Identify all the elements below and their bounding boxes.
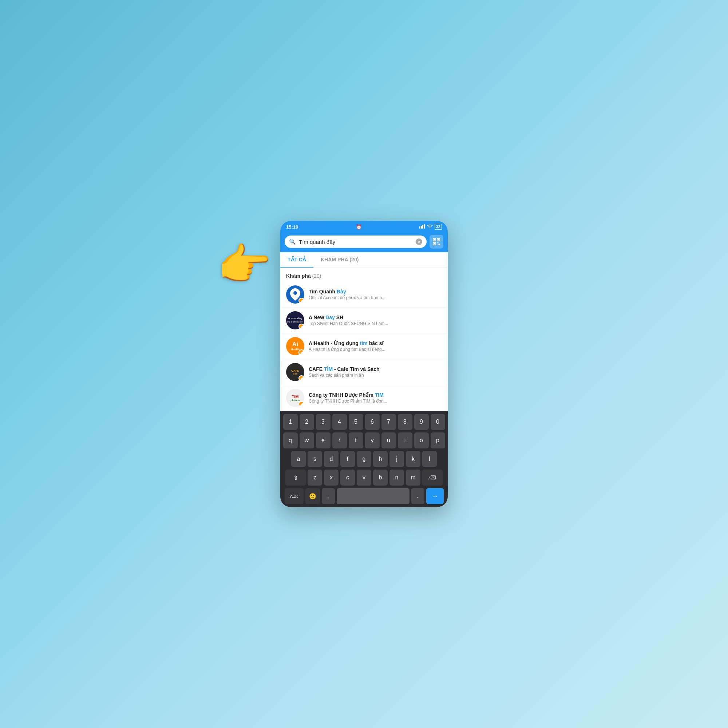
qr-scan-button[interactable] (430, 235, 444, 249)
key-i[interactable]: i (398, 433, 412, 448)
key-o[interactable]: o (414, 433, 429, 448)
keyboard-row-q: q w e r t y u i o p (282, 433, 446, 448)
wifi-icon (427, 224, 433, 230)
key-v[interactable]: v (357, 470, 371, 486)
result-name-3: AiHealth - Ứng dụng tìm bác sĩ (309, 340, 442, 346)
svg-rect-0 (419, 226, 421, 229)
search-input[interactable]: Tìm quanh đây (299, 239, 413, 245)
key-w[interactable]: w (300, 433, 314, 448)
key-a[interactable]: a (291, 451, 306, 467)
tab-all[interactable]: TẤT CẢ (280, 252, 314, 268)
pointer-hand-icon: 👈 (219, 239, 273, 291)
key-4[interactable]: 4 (332, 414, 347, 430)
key-k[interactable]: k (406, 451, 421, 467)
search-icon: 🔍 (289, 239, 296, 245)
key-t[interactable]: t (349, 433, 363, 448)
result-text-1: Tìm Quanh Đây Official Account để phục v… (309, 289, 442, 300)
key-n[interactable]: n (390, 470, 404, 486)
result-name-4: CAFE TÌM - Cafe Tìm và Sách (309, 366, 442, 372)
key-s[interactable]: s (307, 451, 322, 467)
key-r[interactable]: r (332, 433, 347, 448)
keyboard-row-bottom: ?123 🙂 , . → (282, 488, 446, 504)
key-shift[interactable]: ⇧ (285, 470, 306, 486)
result-desc-1: Official Account để phục vụ tìm bạn b... (309, 295, 442, 300)
result-item-2[interactable]: A new dayby Sueng Sin ✓ A New Day SH Top… (280, 307, 448, 333)
key-space[interactable] (337, 488, 410, 504)
status-icons: 33 (419, 224, 442, 230)
key-num-switch[interactable]: ?123 (284, 488, 304, 504)
avatar-5: TIM pharma ✓ (286, 389, 304, 407)
key-2[interactable]: 2 (300, 414, 314, 430)
svg-point-15 (294, 291, 297, 295)
key-y[interactable]: y (365, 433, 380, 448)
key-9[interactable]: 9 (414, 414, 429, 430)
svg-rect-8 (434, 239, 435, 241)
avatar-3: Ai Health ✓ (286, 337, 304, 355)
signal-bars-icon (419, 224, 425, 230)
key-3[interactable]: 3 (316, 414, 330, 430)
key-c[interactable]: c (340, 470, 355, 486)
svg-rect-10 (434, 243, 435, 245)
key-q[interactable]: q (283, 433, 298, 448)
svg-rect-2 (422, 225, 423, 229)
result-name-2: A New Day SH (309, 315, 442, 320)
avatar-4: CAFE Tìm ✓ (286, 363, 304, 381)
verified-badge-1: ✓ (298, 298, 304, 304)
result-item-5[interactable]: TIM pharma ✓ Công ty TNHH Dược Phẩm TIM … (280, 385, 448, 411)
search-results: Khám phá (20) ✓ Tìm Quanh Đây Official A… (280, 268, 448, 411)
result-desc-4: Sách và các sản phẩm in ấn (309, 373, 442, 378)
key-d[interactable]: d (324, 451, 338, 467)
verified-badge-5: ✓ (298, 401, 304, 407)
key-go[interactable]: → (426, 488, 444, 504)
result-text-5: Công ty TNHH Dược Phẩm TIM Công ty TNHH … (309, 392, 442, 404)
tab-bar: TẤT CẢ KHÁM PHÁ (20) (280, 252, 448, 268)
key-0[interactable]: 0 (431, 414, 445, 430)
result-name-1: Tìm Quanh Đây (309, 289, 442, 294)
battery-icon: 33 (434, 224, 442, 230)
keyboard: 1 2 3 4 5 6 7 8 9 0 q w e r t y u i (280, 411, 448, 507)
key-x[interactable]: x (324, 470, 338, 486)
alarm-icon: ⏰ (356, 224, 362, 230)
result-desc-5: Công ty TNHH Dược Phẩm TIM là đơn... (309, 399, 442, 404)
key-f[interactable]: f (340, 451, 355, 467)
svg-rect-1 (421, 226, 422, 229)
key-p[interactable]: p (431, 433, 445, 448)
key-7[interactable]: 7 (381, 414, 396, 430)
result-desc-2: Top Stylist Hàn Quốc SEUNG SIN Làm... (309, 321, 442, 326)
result-text-3: AiHealth - Ứng dụng tìm bác sĩ AiHealth … (309, 340, 442, 352)
tab-discover[interactable]: KHÁM PHÁ (20) (314, 252, 366, 268)
key-1[interactable]: 1 (283, 414, 298, 430)
key-j[interactable]: j (390, 451, 404, 467)
key-period[interactable]: . (411, 488, 424, 504)
verified-badge-2: ✓ (298, 324, 304, 329)
verified-badge-3: ✓ (298, 349, 304, 355)
key-emoji[interactable]: 🙂 (305, 488, 320, 504)
key-b[interactable]: b (373, 470, 388, 486)
key-u[interactable]: u (381, 433, 396, 448)
key-l[interactable]: l (422, 451, 437, 467)
key-h[interactable]: h (373, 451, 388, 467)
svg-rect-12 (439, 242, 439, 243)
search-input-wrapper[interactable]: 🔍 Tìm quanh đây ✕ (284, 236, 427, 248)
svg-rect-11 (437, 242, 438, 243)
key-comma[interactable]: , (322, 488, 335, 504)
key-z[interactable]: z (307, 470, 322, 486)
svg-rect-14 (439, 244, 440, 245)
search-clear-button[interactable]: ✕ (416, 239, 422, 245)
search-bar: 🔍 Tìm quanh đây ✕ (280, 232, 448, 252)
result-item-3[interactable]: Ai Health ✓ AiHealth - Ứng dụng tìm bác … (280, 333, 448, 359)
keyboard-row-z: ⇧ z x c v b n m ⌫ (282, 470, 446, 486)
section-header: Khám phá (20) (280, 268, 448, 282)
result-text-4: CAFE TÌM - Cafe Tìm và Sách Sách và các … (309, 366, 442, 378)
key-8[interactable]: 8 (398, 414, 412, 430)
key-5[interactable]: 5 (349, 414, 363, 430)
result-item-1[interactable]: ✓ Tìm Quanh Đây Official Account để phục… (280, 282, 448, 307)
key-6[interactable]: 6 (365, 414, 380, 430)
key-g[interactable]: g (357, 451, 371, 467)
key-backspace[interactable]: ⌫ (422, 470, 443, 486)
key-m[interactable]: m (406, 470, 421, 486)
key-e[interactable]: e (316, 433, 330, 448)
svg-rect-13 (437, 244, 438, 245)
result-item-4[interactable]: CAFE Tìm ✓ CAFE TÌM - Cafe Tìm và Sách S… (280, 359, 448, 385)
result-desc-3: AiHealth là ứng dụng tìm Bác sĩ riêng... (309, 347, 442, 352)
